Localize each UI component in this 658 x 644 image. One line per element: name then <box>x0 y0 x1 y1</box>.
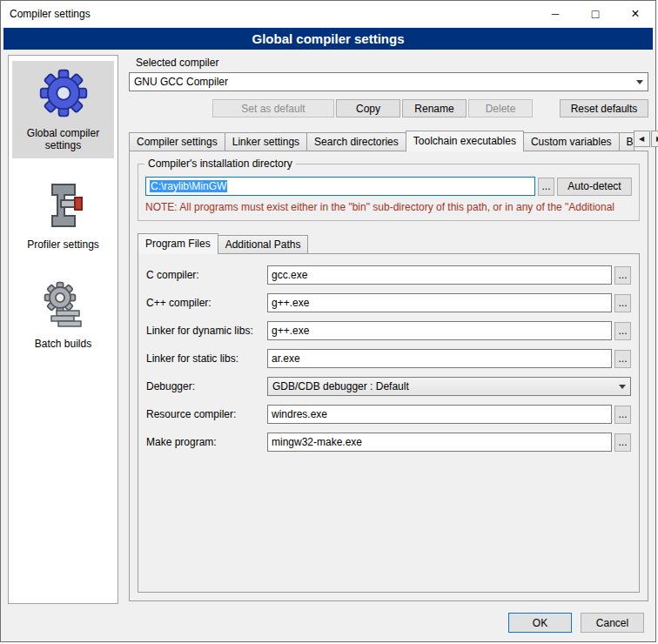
rename-button[interactable]: Rename <box>402 99 467 117</box>
cpp-compiler-field: C++ compiler: g++.exe ... <box>146 293 631 312</box>
linker-dynamic-field: Linker for dynamic libs: g++.exe ... <box>146 321 631 340</box>
resource-compiler-field: Resource compiler: windres.exe ... <box>146 405 631 424</box>
program-files-tabbar: Program Files Additional Paths <box>138 233 640 253</box>
settings-tabbar: Compiler settings Linker settings Search… <box>129 131 648 151</box>
arrow-left-icon: ◀ <box>639 135 644 143</box>
close-button[interactable]: × <box>615 1 655 27</box>
window-title: Compiler settings <box>1 8 91 20</box>
installation-directory-row: C:\raylib\MinGW ... Auto-detect <box>145 177 632 196</box>
linker-dynamic-browse-button[interactable]: ... <box>614 322 631 340</box>
compiler-combobox-value: GNU GCC Compiler <box>130 76 632 88</box>
debugger-select-value: GDB/CDB debugger : Default <box>268 380 614 392</box>
auto-detect-button[interactable]: Auto-detect <box>557 178 632 196</box>
sidebar-item-global-compiler-settings[interactable]: Global compiler settings <box>12 61 114 158</box>
reset-defaults-button[interactable]: Reset defaults <box>560 99 648 117</box>
profiler-icon <box>40 178 87 231</box>
c-compiler-field: C compiler: gcc.exe ... <box>146 265 631 285</box>
set-as-default-button[interactable]: Set as default <box>212 99 334 117</box>
chevron-down-icon <box>614 378 630 395</box>
tab-linker-settings[interactable]: Linker settings <box>225 132 307 151</box>
main-panel: Selected compiler GNU GCC Compiler Set a… <box>127 55 648 604</box>
compiler-settings-window: Compiler settings ─ □ × Global compiler … <box>0 0 656 642</box>
tab-search-directories[interactable]: Search directories <box>306 132 406 151</box>
dialog-header: Global compiler settings <box>3 28 653 50</box>
resource-compiler-browse-button[interactable]: ... <box>614 406 631 424</box>
tab-build-options[interactable]: Buil <box>619 132 634 151</box>
sidebar-item-label: Batch builds <box>35 338 91 350</box>
compiler-combobox[interactable]: GNU GCC Compiler <box>129 72 648 91</box>
make-program-input[interactable]: mingw32-make.exe <box>267 433 612 452</box>
copy-button[interactable]: Copy <box>336 99 400 117</box>
resource-compiler-input[interactable]: windres.exe <box>267 405 612 424</box>
linker-static-label: Linker for static libs: <box>146 352 267 365</box>
sidebar-item-profiler-settings[interactable]: Profiler settings <box>12 172 114 258</box>
make-program-field: Make program: mingw32-make.exe ... <box>146 433 631 452</box>
cpp-compiler-input[interactable]: g++.exe <box>267 293 612 312</box>
install-dir-browse-button[interactable]: ... <box>538 178 554 196</box>
delete-button[interactable]: Delete <box>468 99 533 117</box>
tab-program-files[interactable]: Program Files <box>138 233 218 254</box>
cancel-button[interactable]: Cancel <box>581 613 644 633</box>
linker-static-browse-button[interactable]: ... <box>614 350 631 368</box>
selected-compiler-label: Selected compiler <box>136 57 648 69</box>
maximize-icon: □ <box>592 8 599 20</box>
linker-dynamic-label: Linker for dynamic libs: <box>146 325 267 337</box>
cpp-compiler-label: C++ compiler: <box>146 297 267 309</box>
install-dir-input[interactable]: C:\raylib\MinGW <box>145 177 535 196</box>
batch-builds-icon <box>39 277 88 331</box>
tab-additional-paths[interactable]: Additional Paths <box>218 235 309 253</box>
tab-scroll-left-button[interactable]: ◀ <box>634 131 650 147</box>
note-text: NOTE: All programs must exist either in … <box>145 201 632 213</box>
tab-scrollers: ◀ ▶ <box>634 131 658 147</box>
install-dir-selected-text: C:\raylib\MinGW <box>150 180 227 192</box>
program-files-page: C compiler: gcc.exe ... C++ compiler: g+… <box>138 253 640 593</box>
linker-static-field: Linker for static libs: ar.exe ... <box>146 349 631 368</box>
minimize-button[interactable]: ─ <box>535 1 575 27</box>
dialog-footer: OK Cancel <box>1 604 655 641</box>
c-compiler-input[interactable]: gcc.exe <box>267 265 612 285</box>
compiler-button-row: Set as default Copy Rename Delete Reset … <box>129 99 648 117</box>
chevron-down-icon <box>632 73 648 91</box>
debugger-field: Debugger: GDB/CDB debugger : Default <box>146 377 631 396</box>
tab-custom-variables[interactable]: Custom variables <box>523 132 620 151</box>
titlebar-controls: ─ □ × <box>535 1 655 27</box>
make-program-browse-button[interactable]: ... <box>614 433 631 452</box>
maximize-button[interactable]: □ <box>575 1 615 27</box>
dialog-content: Global compiler settings Profiler settin… <box>1 50 655 604</box>
make-program-label: Make program: <box>146 436 267 448</box>
c-compiler-label: C compiler: <box>146 269 267 281</box>
groupbox-title: Compiler's installation directory <box>144 158 296 170</box>
sidebar: Global compiler settings Profiler settin… <box>8 55 118 604</box>
tab-toolchain-executables[interactable]: Toolchain executables <box>406 131 524 151</box>
ok-button[interactable]: OK <box>508 613 572 633</box>
sidebar-item-label: Profiler settings <box>27 238 99 251</box>
debugger-label: Debugger: <box>146 380 267 392</box>
installation-directory-groupbox: Compiler's installation directory C:\ray… <box>138 164 640 221</box>
linker-dynamic-input[interactable]: g++.exe <box>267 321 612 340</box>
minimize-icon: ─ <box>552 9 560 19</box>
c-compiler-browse-button[interactable]: ... <box>614 266 631 285</box>
sidebar-item-label: Global compiler settings <box>14 127 112 151</box>
toolchain-executables-page: Compiler's installation directory C:\ray… <box>129 151 648 601</box>
debugger-select[interactable]: GDB/CDB debugger : Default <box>267 377 631 396</box>
sidebar-item-batch-builds[interactable]: Batch builds <box>12 272 114 357</box>
gear-icon <box>38 66 89 120</box>
cpp-compiler-browse-button[interactable]: ... <box>614 294 631 312</box>
tab-scroll-right-button[interactable]: ▶ <box>651 131 658 147</box>
linker-static-input[interactable]: ar.exe <box>267 349 612 368</box>
close-icon: × <box>631 7 639 21</box>
resource-compiler-label: Resource compiler: <box>146 408 267 420</box>
tab-compiler-settings[interactable]: Compiler settings <box>129 132 225 151</box>
titlebar: Compiler settings ─ □ × <box>1 1 655 27</box>
